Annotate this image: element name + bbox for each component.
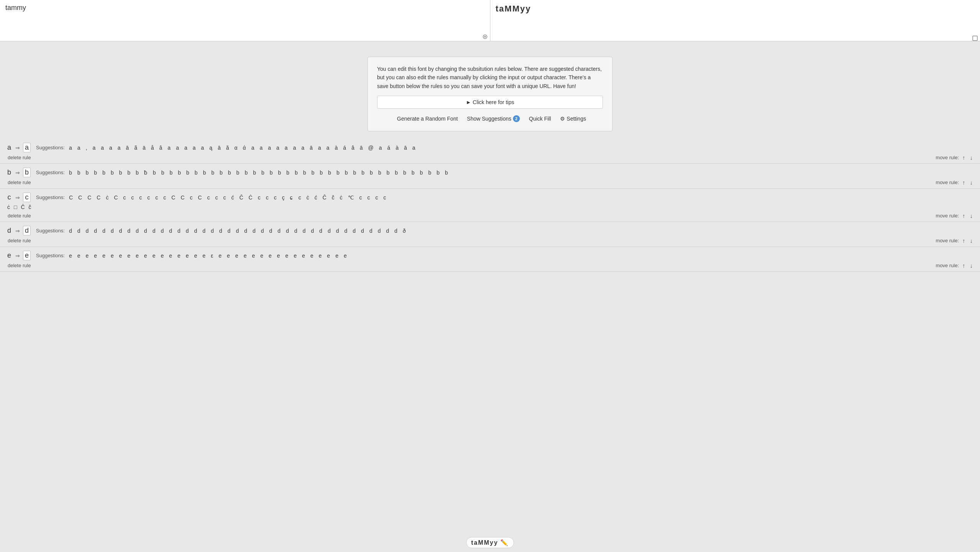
suggestion-char[interactable]: d xyxy=(218,227,224,234)
move-rule-down-button[interactable]: ↓ xyxy=(969,237,974,244)
suggestion-char[interactable]: d xyxy=(310,227,315,234)
suggestion-char[interactable]: e xyxy=(201,252,207,259)
suggestion-char[interactable]: e xyxy=(151,252,157,259)
rule-input-char[interactable]: d xyxy=(6,227,12,235)
suggestion-char[interactable]: b xyxy=(235,169,240,176)
settings-button[interactable]: ⚙ Settings xyxy=(560,116,586,122)
suggestion-char[interactable]: a xyxy=(317,144,322,151)
suggestion-char[interactable]: e xyxy=(168,252,173,259)
suggestion-char[interactable]: a xyxy=(183,144,188,151)
suggestion-char[interactable]: b xyxy=(335,169,341,176)
suggestion-char[interactable]: d xyxy=(85,227,90,234)
rule-output-char[interactable]: c xyxy=(23,193,31,202)
suggestion-char[interactable]: e xyxy=(343,252,348,259)
suggestion-char[interactable]: C xyxy=(113,194,119,201)
suggestion-char[interactable]: b xyxy=(219,169,224,176)
suggestion-char[interactable]: ć xyxy=(313,194,318,201)
suggestion-char[interactable]: d xyxy=(101,227,106,234)
move-rule-up-button[interactable]: ↑ xyxy=(961,237,967,244)
suggestion-char[interactable]: b xyxy=(227,169,232,176)
move-rule-up-button[interactable]: ↑ xyxy=(961,179,967,186)
suggestion-char[interactable]: b xyxy=(109,169,115,176)
suggestion-char[interactable]: d xyxy=(210,227,215,234)
move-rule-down-button[interactable]: ↓ xyxy=(969,179,974,186)
suggestion-char[interactable]: b xyxy=(93,169,98,176)
suggestion-char[interactable]: b xyxy=(126,169,132,176)
move-rule-down-button[interactable]: ↓ xyxy=(969,262,974,269)
suggestion-char[interactable]: b xyxy=(435,169,441,176)
suggestion-char[interactable]: b xyxy=(310,169,316,176)
suggestion-char[interactable]: d xyxy=(160,227,165,234)
suggestion-char[interactable]: d xyxy=(135,227,140,234)
suggestion-char[interactable]: b xyxy=(101,169,106,176)
suggestion-char[interactable]: b xyxy=(360,169,366,176)
suggestion-char[interactable]: ċ xyxy=(105,194,110,201)
suggestion-char[interactable]: d xyxy=(393,227,399,234)
suggestion-char[interactable]: e xyxy=(176,252,182,259)
suggestion-char[interactable]: c xyxy=(122,194,127,201)
rule-output-char[interactable]: d xyxy=(23,226,31,235)
suggestion-char[interactable]: d xyxy=(252,227,257,234)
suggestion-char[interactable]: a xyxy=(167,144,172,151)
suggestion-char[interactable]: ℃ xyxy=(347,194,355,201)
suggestion-char[interactable]: C xyxy=(180,194,186,201)
suggestion-char[interactable]: C xyxy=(170,194,176,201)
suggestion-char[interactable]: e xyxy=(135,252,140,259)
suggestion-char[interactable]: a xyxy=(378,144,383,151)
suggestion-char[interactable]: e xyxy=(301,252,306,259)
suggestion-char[interactable]: a xyxy=(68,144,73,151)
suggestion-char[interactable]: e xyxy=(109,252,115,259)
suggestion-char[interactable]: b xyxy=(427,169,433,176)
suggestion-char[interactable]: ā xyxy=(403,144,408,151)
rule-input-char[interactable]: c xyxy=(6,193,12,201)
suggestion-char[interactable]: d xyxy=(302,227,307,234)
extra-suggestion-char[interactable]: ĉ xyxy=(28,204,33,211)
move-rule-up-button[interactable]: ↑ xyxy=(961,262,967,269)
suggestion-char[interactable]: d xyxy=(126,227,132,234)
suggestion-char[interactable]: d xyxy=(343,227,348,234)
suggestion-char[interactable]: e xyxy=(76,252,82,259)
suggestion-char[interactable]: b xyxy=(252,169,257,176)
suggestion-char[interactable]: e xyxy=(143,252,148,259)
extra-suggestion-char[interactable]: ċ xyxy=(6,204,11,211)
suggestion-char[interactable]: c xyxy=(366,194,371,201)
suggestion-char[interactable]: d xyxy=(335,227,340,234)
suggestion-char[interactable]: e xyxy=(334,252,340,259)
move-rule-down-button[interactable]: ↓ xyxy=(969,154,974,161)
suggestion-char[interactable]: ð xyxy=(402,227,407,234)
suggestion-char[interactable]: d xyxy=(226,227,232,234)
suggestion-char[interactable]: b xyxy=(118,169,123,176)
delete-rule-button[interactable]: delete rule xyxy=(6,262,33,269)
suggestion-char[interactable]: c xyxy=(273,194,278,201)
suggestion-char[interactable]: e xyxy=(234,252,240,259)
suggestion-char[interactable]: b xyxy=(68,169,73,176)
suggestion-char[interactable]: d xyxy=(385,227,390,234)
suggestion-char[interactable]: d xyxy=(318,227,323,234)
suggestion-char[interactable]: c xyxy=(189,194,194,201)
suggestion-char[interactable]: e xyxy=(85,252,90,259)
suggestion-char[interactable]: d xyxy=(118,227,123,234)
suggestion-char[interactable]: d xyxy=(260,227,265,234)
suggestion-char[interactable]: α xyxy=(233,144,238,151)
suggestion-char[interactable]: C xyxy=(96,194,102,201)
suggestion-char[interactable]: ā xyxy=(217,144,222,151)
suggestion-char[interactable]: c xyxy=(374,194,379,201)
suggestion-char[interactable]: b xyxy=(269,169,274,176)
suggestion-char[interactable]: e xyxy=(160,252,165,259)
suggestion-char[interactable]: d xyxy=(360,227,365,234)
suggestion-char[interactable]: b xyxy=(318,169,324,176)
delete-rule-button[interactable]: delete rule xyxy=(6,212,33,219)
suggestion-char[interactable]: b xyxy=(402,169,407,176)
suggestion-char[interactable]: b xyxy=(85,169,90,176)
extra-suggestion-char[interactable]: □ xyxy=(13,204,18,211)
tips-button[interactable]: ► Click here for tips xyxy=(377,96,603,109)
suggestion-char[interactable]: c xyxy=(138,194,143,201)
show-suggestions-toggle[interactable]: Show Suggestions 2 xyxy=(467,115,520,122)
suggestion-char[interactable]: ċ xyxy=(339,194,344,201)
suggestion-char[interactable]: c xyxy=(146,194,151,201)
suggestion-char[interactable]: e xyxy=(217,252,223,259)
suggestion-char[interactable]: b xyxy=(168,169,174,176)
suggestion-char[interactable]: b xyxy=(419,169,424,176)
suggestion-char[interactable]: b xyxy=(377,169,382,176)
rule-input-char[interactable]: b xyxy=(6,168,12,176)
